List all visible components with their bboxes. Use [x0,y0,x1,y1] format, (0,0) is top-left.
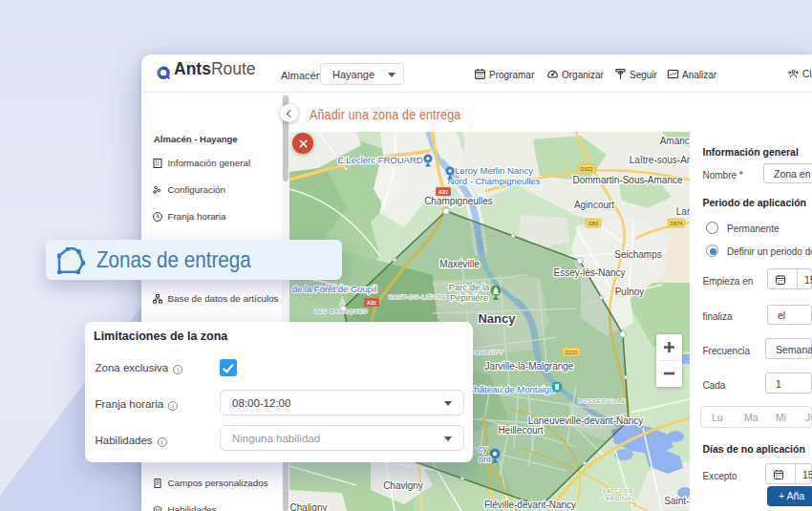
svg-text:D674: D674 [670,221,682,226]
svg-text:CARDINAL: CARDINAL [601,496,636,501]
svg-text:Amance: Amance [660,136,690,146]
svg-text:Parc de la: Parc de la [449,282,490,292]
svg-text:Chavigny: Chavigny [383,480,423,491]
svg-text:La: La [685,352,690,361]
svg-text:Dommartin-Sous-Amance: Dommartin-Sous-Amance [572,175,682,185]
svg-text:Pulnoy: Pulnoy [615,287,645,297]
svg-text:Saint-N: Saint-N [664,496,690,506]
svg-text:A31: A31 [367,300,376,306]
svg-text:Heillecourt: Heillecourt [498,425,543,436]
svg-text:LE CLOS: LE CLOS [604,488,633,494]
svg-text:Chaligny: Chaligny [290,502,328,511]
svg-text:Nord - Champigneulles: Nord - Champigneulles [447,176,540,186]
svg-text:A31: A31 [438,189,448,195]
svg-text:E.Leclerc FROUARD: E.Leclerc FROUARD [337,155,422,165]
svg-text:Laneuveville-devant-Nancy: Laneuveville-devant-Nancy [528,415,644,426]
svg-text:Jarville-la-Malgrange: Jarville-la-Malgrange [485,361,574,372]
svg-text:Laître-sous-Am: Laître-sous-Am [630,155,690,165]
svg-text:LES BARAQUES: LES BARAQUES [314,309,368,314]
svg-text:cy: cy [479,444,488,454]
svg-text:SAURUPT: SAURUPT [471,350,503,355]
svg-text:Maxéville: Maxéville [439,259,480,269]
svg-text:Lar: Lar [676,206,690,217]
svg-text:Agincourt: Agincourt [574,200,614,210]
svg-text:Château de Montaigu: Château de Montaigu [468,384,555,394]
svg-text:ont: ont [479,455,491,464]
svg-text:Champigneulles: Champigneulles [424,196,493,206]
svg-text:D83: D83 [588,221,598,226]
svg-text:D220: D220 [565,350,577,355]
svg-text:Leroy Merlin Nancy: Leroy Merlin Nancy [455,165,533,176]
svg-text:Pépinière: Pépinière [450,292,488,303]
svg-text:Seichamps: Seichamps [614,249,661,260]
svg-text:Nancy: Nancy [478,311,516,326]
svg-text:Fléville-devant-Nancy: Fléville-devant-Nancy [484,500,576,510]
svg-text:HAUT-DU-LIÈVRE: HAUT-DU-LIÈVRE [388,294,446,300]
svg-text:de la Forêt de Goupil: de la Forêt de Goupil [292,284,377,294]
svg-text:BOSSERVILLE: BOSSERVILLE [578,398,626,404]
svg-text:Essey-lès-Nancy: Essey-lès-Nancy [553,267,625,278]
svg-text:D322: D322 [580,166,592,172]
